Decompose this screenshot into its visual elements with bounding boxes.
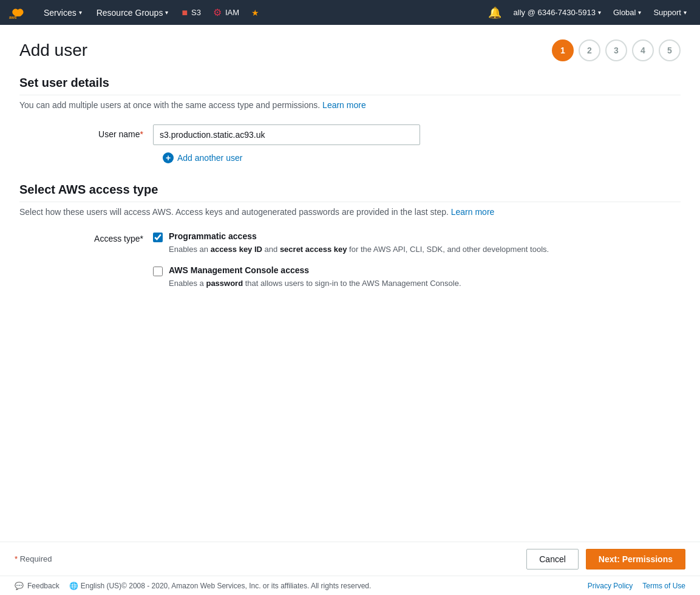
cancel-button[interactable]: Cancel bbox=[526, 549, 579, 570]
feedback-icon: 💬 bbox=[15, 582, 24, 590]
nav-s3-label: S3 bbox=[191, 8, 201, 17]
nav-resource-groups-label: Resource Groups bbox=[97, 8, 163, 18]
feedback-label: Feedback bbox=[27, 582, 59, 590]
nav-resource-groups[interactable]: Resource Groups ▾ bbox=[89, 0, 176, 25]
console-access-title: AWS Management Console access bbox=[169, 265, 461, 275]
nav-iam[interactable]: ⚙ IAM bbox=[207, 0, 245, 25]
page-header: Add user 1 2 3 4 5 bbox=[19, 39, 681, 61]
nav-global-label: Global bbox=[613, 8, 636, 17]
user-name-input[interactable] bbox=[153, 124, 420, 145]
section-user-details: Set user details You can add multiple us… bbox=[19, 76, 681, 163]
nav-support[interactable]: Support ▾ bbox=[647, 0, 693, 25]
footer-links: Privacy Policy Terms of Use bbox=[588, 582, 685, 590]
iam-icon: ⚙ bbox=[213, 7, 222, 18]
globe-icon: 🌐 bbox=[69, 582, 78, 590]
nav-pin-star[interactable]: ★ bbox=[245, 0, 265, 25]
footer-copyright: © 2008 - 2020, Amazon Web Services, Inc.… bbox=[121, 582, 371, 590]
nav-services-chevron-icon: ▾ bbox=[79, 9, 82, 16]
required-asterisk-note: * bbox=[15, 554, 18, 563]
feedback-button[interactable]: 💬 Feedback bbox=[15, 582, 59, 590]
nav-user-account[interactable]: ally @ 6346-7430-5913 ▾ bbox=[508, 0, 607, 25]
step-1[interactable]: 1 bbox=[552, 39, 574, 61]
steps-navigation: 1 2 3 4 5 bbox=[552, 39, 681, 61]
add-another-user-label: Add another user bbox=[177, 153, 242, 163]
step-3[interactable]: 3 bbox=[605, 39, 627, 61]
bell-icon: 🔔 bbox=[488, 6, 501, 19]
nav-iam-label: IAM bbox=[225, 8, 239, 17]
nav-services[interactable]: Services ▾ bbox=[36, 0, 89, 25]
language-selector[interactable]: 🌐 English (US) bbox=[69, 582, 121, 590]
secret-access-key-bold: secret access key bbox=[280, 245, 347, 254]
section2-desc-text: Select how these users will access AWS. … bbox=[19, 207, 449, 217]
star-icon: ★ bbox=[251, 8, 259, 18]
programmatic-access-option: Programmatic access Enables an access ke… bbox=[153, 231, 549, 256]
content-scrollable[interactable]: Add user 1 2 3 4 5 Set user details You … bbox=[0, 25, 700, 542]
programmatic-access-checkbox[interactable] bbox=[153, 233, 163, 242]
nav-user-chevron-icon: ▾ bbox=[598, 9, 601, 16]
nav-bell[interactable]: 🔔 bbox=[482, 0, 508, 25]
language-label: English (US) bbox=[81, 582, 121, 590]
bottom-action-bar: * Required Cancel Next: Permissions bbox=[0, 542, 700, 576]
section-access-type: Select AWS access type Select how these … bbox=[19, 183, 681, 289]
main-content-wrapper: Add user 1 2 3 4 5 Set user details You … bbox=[0, 25, 700, 576]
access-type-label: Access type* bbox=[19, 231, 153, 243]
terms-of-use-link[interactable]: Terms of Use bbox=[642, 582, 685, 590]
programmatic-access-desc: Enables an access key ID and secret acce… bbox=[169, 243, 549, 256]
user-name-label: User name* bbox=[19, 124, 153, 139]
section1-title: Set user details bbox=[19, 76, 681, 95]
privacy-policy-link[interactable]: Privacy Policy bbox=[588, 582, 633, 590]
nav-global-chevron-icon: ▾ bbox=[638, 9, 641, 16]
nav-resource-groups-chevron-icon: ▾ bbox=[165, 9, 168, 16]
nav-services-label: Services bbox=[44, 8, 76, 18]
access-type-row: Access type* Programmatic access Enables… bbox=[19, 231, 681, 289]
nav-right: 🔔 ally @ 6346-7430-5913 ▾ Global ▾ Suppo… bbox=[482, 0, 693, 25]
access-required-asterisk: * bbox=[140, 234, 143, 243]
nav-global[interactable]: Global ▾ bbox=[607, 0, 648, 25]
footer-left: 💬 Feedback 🌐 English (US) bbox=[15, 582, 121, 590]
aws-logo[interactable]: aws bbox=[7, 2, 29, 24]
programmatic-access-title: Programmatic access bbox=[169, 231, 549, 241]
add-another-user-button[interactable]: + Add another user bbox=[163, 152, 681, 163]
section2-description: Select how these users will access AWS. … bbox=[19, 207, 681, 217]
console-access-checkbox[interactable] bbox=[153, 267, 163, 276]
console-access-option: AWS Management Console access Enables a … bbox=[153, 265, 549, 290]
add-plus-icon: + bbox=[163, 152, 174, 163]
section1-description: You can add multiple users at once with … bbox=[19, 100, 681, 110]
nav-support-label: Support bbox=[653, 8, 681, 17]
required-asterisk: * bbox=[140, 129, 143, 139]
step-4[interactable]: 4 bbox=[632, 39, 654, 61]
section2-title: Select AWS access type bbox=[19, 183, 681, 202]
nav-s3[interactable]: ■ S3 bbox=[175, 0, 207, 25]
next-permissions-button[interactable]: Next: Permissions bbox=[586, 549, 685, 570]
section1-learn-more-link[interactable]: Learn more bbox=[322, 100, 366, 110]
required-note: * Required bbox=[15, 554, 52, 563]
section2-learn-more-link[interactable]: Learn more bbox=[451, 207, 495, 217]
section1-desc-text: You can add multiple users at once with … bbox=[19, 100, 320, 110]
programmatic-access-content: Programmatic access Enables an access ke… bbox=[169, 231, 549, 256]
user-name-input-group bbox=[153, 124, 420, 145]
top-navigation: aws Services ▾ Resource Groups ▾ ■ S3 ⚙ … bbox=[0, 0, 700, 25]
svg-text:aws: aws bbox=[9, 15, 17, 19]
bottom-actions: Cancel Next: Permissions bbox=[526, 549, 685, 570]
nav-support-chevron-icon: ▾ bbox=[684, 9, 687, 16]
user-name-row: User name* bbox=[19, 124, 681, 145]
footer: 💬 Feedback 🌐 English (US) © 2008 - 2020,… bbox=[0, 576, 700, 595]
password-bold: password bbox=[206, 279, 243, 288]
step-5[interactable]: 5 bbox=[659, 39, 681, 61]
access-key-id-bold: access key ID bbox=[211, 245, 262, 254]
pinned-items: ■ S3 ⚙ IAM ★ bbox=[175, 0, 265, 25]
nav-user-label: ally @ 6346-7430-5913 bbox=[514, 8, 596, 17]
console-access-desc: Enables a password that allows users to … bbox=[169, 277, 461, 290]
s3-icon: ■ bbox=[182, 7, 188, 18]
access-options-group: Programmatic access Enables an access ke… bbox=[153, 231, 549, 289]
required-note-text: Required bbox=[20, 554, 52, 563]
step-2[interactable]: 2 bbox=[579, 39, 600, 61]
page-title: Add user bbox=[19, 41, 87, 60]
console-access-content: AWS Management Console access Enables a … bbox=[169, 265, 461, 290]
